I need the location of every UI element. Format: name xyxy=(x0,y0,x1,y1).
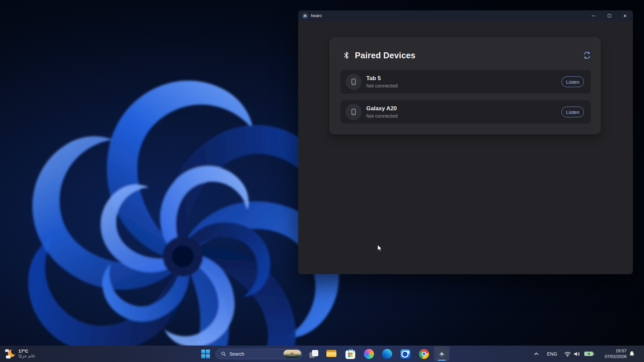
tablet-icon xyxy=(350,78,358,86)
taskbar-copilot[interactable] xyxy=(362,347,376,361)
chevron-up-icon xyxy=(534,351,539,357)
taskbar-task-view[interactable] xyxy=(307,347,321,361)
tray-notifications[interactable]: z xyxy=(627,349,637,359)
battery-charging-icon xyxy=(584,352,593,356)
svg-text:z: z xyxy=(633,350,634,353)
paired-devices-card: Paired Devices xyxy=(330,38,600,134)
taskbar: 17°C غائم جزئيًا Search xyxy=(0,346,644,362)
device-status: Not connected xyxy=(366,83,398,88)
taskbar-chrome[interactable] xyxy=(417,347,431,361)
device-info: Galaxy A20 Not connected xyxy=(366,105,398,119)
close-button[interactable]: ✕ xyxy=(617,10,633,21)
bluetooth-icon xyxy=(343,51,350,60)
search-highlight-image[interactable] xyxy=(283,350,301,358)
tablet-icon xyxy=(350,108,358,116)
device-avatar xyxy=(345,74,362,90)
clock-date: 07/02/2026 xyxy=(605,354,627,359)
taskbar-edge[interactable] xyxy=(380,347,394,361)
device-status: Not connected xyxy=(366,113,398,119)
file-explorer-icon xyxy=(326,349,336,358)
outlook-icon xyxy=(400,349,411,359)
windows-logo-icon xyxy=(201,350,210,358)
device-name: Galaxy A20 xyxy=(366,105,398,112)
device-info: Tab 5 Not connected xyxy=(366,75,398,88)
search-icon xyxy=(221,351,226,357)
tray-battery[interactable] xyxy=(583,349,595,359)
tray-clock[interactable]: 19:57 07/02/2026 xyxy=(598,348,627,360)
search-label: Search xyxy=(229,351,280,357)
tray-network[interactable] xyxy=(563,349,572,359)
active-app-indicator xyxy=(438,360,446,361)
tray-volume[interactable] xyxy=(572,349,582,359)
tray-show-hidden-icons[interactable] xyxy=(532,349,541,359)
wifi-icon xyxy=(564,351,571,357)
speaker-icon xyxy=(573,351,581,357)
window-title: hearo xyxy=(311,13,322,18)
search-box[interactable]: Search xyxy=(215,349,302,359)
device-name: Tab 5 xyxy=(366,75,398,82)
hearo-window: hearo ✕ Paired Devices xyxy=(298,10,633,274)
copilot-icon xyxy=(364,349,374,359)
card-title: Paired Devices xyxy=(355,51,416,60)
listen-button-tab-5[interactable]: Listen xyxy=(561,76,584,87)
refresh-button[interactable] xyxy=(583,51,591,60)
weather-text: 17°C غائم جزئيًا xyxy=(18,349,35,359)
start-button[interactable] xyxy=(200,348,211,360)
taskbar-outlook[interactable] xyxy=(399,347,412,361)
window-titlebar[interactable]: hearo ✕ xyxy=(298,10,633,21)
weather-icon xyxy=(4,348,16,360)
weather-widget[interactable]: 17°C غائم جزئيًا xyxy=(4,348,35,360)
mouse-cursor xyxy=(376,244,384,252)
device-row-galaxy-a20: Galaxy A20 Not connected Listen xyxy=(340,100,591,124)
taskbar-microsoft-store[interactable] xyxy=(343,347,357,361)
desktop: hearo ✕ Paired Devices xyxy=(0,0,644,362)
hearo-app-icon xyxy=(302,13,308,19)
refresh-icon xyxy=(583,51,591,60)
maximize-icon xyxy=(608,14,611,17)
device-avatar xyxy=(345,104,362,120)
chrome-icon xyxy=(419,349,429,359)
taskbar-hearo-active[interactable] xyxy=(434,346,449,361)
minimize-button[interactable] xyxy=(586,10,601,21)
edge-icon xyxy=(382,349,392,359)
task-view-icon xyxy=(309,349,319,359)
window-controls: ✕ xyxy=(586,10,633,21)
weather-temperature: 17°C xyxy=(18,349,35,354)
bell-sleep-icon: z xyxy=(628,350,636,358)
close-icon: ✕ xyxy=(623,14,627,18)
hearo-taskbar-icon xyxy=(437,349,447,359)
weather-condition: غائم جزئيًا xyxy=(18,354,35,359)
device-row-tab-5: Tab 5 Not connected Listen xyxy=(340,70,591,94)
microsoft-store-icon xyxy=(345,350,355,359)
taskbar-file-explorer[interactable] xyxy=(325,347,338,361)
clock-time: 19:57 xyxy=(615,348,627,354)
maximize-button[interactable] xyxy=(601,10,617,21)
minimize-icon xyxy=(592,16,595,16)
paired-devices-header: Paired Devices xyxy=(343,48,591,63)
tray-language[interactable]: ENG xyxy=(545,349,559,359)
listen-button-galaxy-a20[interactable]: Listen xyxy=(561,107,584,117)
